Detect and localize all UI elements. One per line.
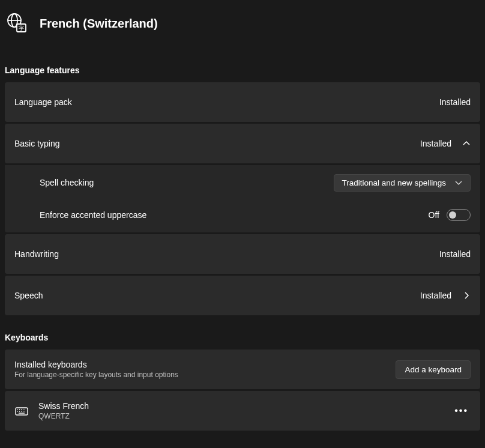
language-pack-row[interactable]: Language pack Installed [5,82,480,122]
page-header: 字 French (Switzerland) [0,0,485,51]
chevron-up-icon [462,139,471,148]
keyboard-layout: QWERTZ [38,412,442,420]
more-icon: ••• [454,405,468,416]
basic-typing-label: Basic typing [14,139,59,148]
handwriting-label: Handwriting [14,249,59,259]
keyboard-more-button[interactable]: ••• [452,402,471,420]
installed-keyboards-row: Installed keyboards For language-specifi… [5,350,480,389]
language-features-heading: Language features [0,57,485,82]
language-globe-icon: 字 [5,11,29,37]
handwriting-status: Installed [439,249,471,259]
basic-typing-row[interactable]: Basic typing Installed [5,124,480,163]
speech-status: Installed [420,291,451,300]
spell-checking-value: Traditional and new spellings [342,178,446,187]
accented-uppercase-label: Enforce accented uppercase [40,210,146,220]
page-title: French (Switzerland) [40,17,158,31]
accented-uppercase-row: Enforce accented uppercase Off [5,199,480,231]
keyboard-item[interactable]: Swiss French QWERTZ ••• [5,391,480,431]
installed-keyboards-subtitle: For language-specific key layouts and in… [14,371,178,379]
speech-row[interactable]: Speech Installed [5,276,480,315]
basic-typing-expanded: Spell checking Traditional and new spell… [5,165,480,232]
basic-typing-status: Installed [420,139,451,148]
keyboard-icon [14,404,29,418]
spell-checking-dropdown[interactable]: Traditional and new spellings [334,174,471,192]
installed-keyboards-label: Installed keyboards [14,360,178,369]
spell-checking-label: Spell checking [40,178,94,187]
accented-uppercase-state: Off [429,210,439,220]
chevron-right-icon [462,291,471,300]
language-pack-label: Language pack [14,97,72,107]
keyboard-name: Swiss French [38,401,442,411]
accented-uppercase-toggle[interactable] [447,209,471,221]
chevron-down-icon [454,178,463,187]
language-pack-status: Installed [439,97,471,107]
speech-label: Speech [14,291,43,300]
add-keyboard-button[interactable]: Add a keyboard [396,360,471,379]
handwriting-row[interactable]: Handwriting Installed [5,234,480,274]
spell-checking-row: Spell checking Traditional and new spell… [5,166,480,199]
svg-text:字: 字 [19,25,24,31]
keyboards-heading: Keyboards [0,317,485,350]
